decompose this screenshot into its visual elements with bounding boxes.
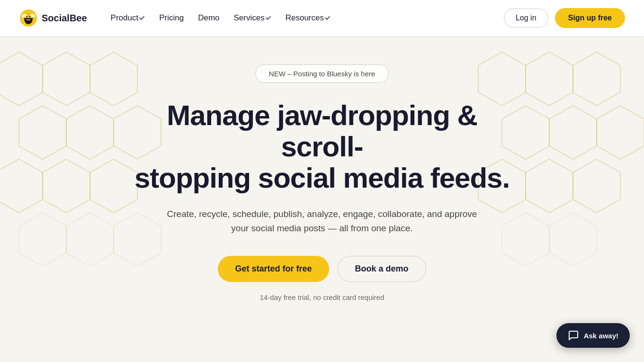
svg-marker-15	[0, 159, 43, 213]
nav-left: SocialBee Product Pricing Demo Services …	[19, 9, 335, 27]
nav-item-resources[interactable]: Resources	[281, 10, 335, 26]
book-demo-button[interactable]: Book a demo	[338, 256, 426, 282]
chevron-down-icon	[266, 15, 271, 20]
svg-marker-16	[43, 159, 90, 213]
logo-icon	[19, 9, 38, 27]
chevron-down-icon	[325, 15, 330, 20]
hero-section: NEW – Posting to Bluesky is here Manage …	[0, 0, 644, 362]
hero-buttons: Get started for free Book a demo	[218, 256, 426, 282]
logo-text: SocialBee	[42, 13, 87, 24]
hero-subtitle: Create, recycle, schedule, publish, anal…	[161, 207, 483, 236]
chat-icon	[568, 330, 579, 341]
svg-marker-17	[90, 159, 137, 213]
chat-widget[interactable]: Ask away!	[556, 323, 630, 348]
trial-note: 14-day free trial, no credit card requir…	[260, 293, 385, 301]
svg-marker-28	[526, 159, 573, 213]
svg-rect-3	[25, 18, 32, 19]
svg-point-8	[29, 16, 31, 18]
signup-button[interactable]: Sign up free	[555, 8, 625, 28]
svg-marker-22	[526, 52, 573, 106]
svg-marker-23	[573, 52, 620, 106]
login-button[interactable]: Log in	[504, 9, 548, 27]
nav-links: Product Pricing Demo Services Resources	[106, 10, 335, 26]
svg-marker-11	[90, 52, 137, 106]
navbar: SocialBee Product Pricing Demo Services …	[0, 0, 644, 36]
svg-marker-12	[19, 106, 66, 159]
nav-item-pricing[interactable]: Pricing	[154, 10, 188, 26]
svg-marker-18	[19, 213, 66, 266]
nav-item-services[interactable]: Services	[229, 10, 276, 26]
svg-marker-19	[66, 213, 114, 266]
nav-item-demo[interactable]: Demo	[193, 10, 224, 26]
get-started-button[interactable]: Get started for free	[218, 256, 329, 282]
hero-title: Manage jaw-dropping & scroll- stopping s…	[133, 100, 511, 194]
svg-marker-13	[66, 106, 114, 159]
nav-right: Log in Sign up free	[504, 8, 625, 28]
new-badge[interactable]: NEW – Posting to Bluesky is here	[255, 64, 389, 83]
hero-content: NEW – Posting to Bluesky is here Manage …	[133, 36, 511, 320]
svg-marker-29	[573, 159, 620, 213]
logo[interactable]: SocialBee	[19, 9, 87, 27]
svg-rect-4	[25, 20, 32, 22]
svg-point-7	[27, 16, 28, 18]
svg-marker-10	[43, 52, 90, 106]
svg-marker-31	[549, 213, 597, 266]
svg-marker-9	[0, 52, 43, 106]
svg-marker-26	[597, 106, 644, 159]
svg-marker-25	[549, 106, 597, 159]
chat-label: Ask away!	[584, 332, 618, 340]
nav-item-product[interactable]: Product	[106, 10, 150, 26]
chevron-down-icon	[139, 15, 144, 20]
